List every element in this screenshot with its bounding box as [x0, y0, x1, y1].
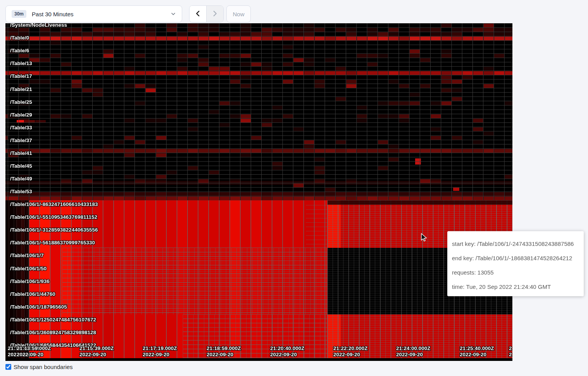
- tooltip-requests: requests: 13055: [452, 265, 579, 280]
- time-range-select[interactable]: 30m Past 30 Minutes: [5, 5, 182, 22]
- tooltip-end-key: end key: /Table/106/1/-18683814745282642…: [452, 251, 579, 265]
- tooltip-start-key: start key: /Table/106/1/-247433150824388…: [452, 237, 579, 251]
- prev-time-button[interactable]: [190, 6, 206, 22]
- heatmap-tooltip: start key: /Table/106/1/-247433150824388…: [447, 231, 584, 296]
- key-visualizer-heatmap[interactable]: [5, 23, 512, 361]
- tooltip-time: time: Tue, 20 Sep 2022 21:24:40 GMT: [452, 280, 579, 294]
- time-range-label: Past 30 Minutes: [32, 11, 74, 17]
- time-range-badge: 30m: [12, 10, 26, 18]
- chevron-right-icon: [211, 10, 218, 18]
- chevron-down-icon: [170, 11, 176, 17]
- span-boundaries-label[interactable]: Show span boundaries: [14, 364, 73, 370]
- chevron-left-icon: [195, 10, 202, 18]
- span-boundaries-row: Show span boundaries: [5, 364, 73, 370]
- span-boundaries-checkbox[interactable]: [5, 364, 11, 370]
- time-nav-group: [189, 5, 224, 22]
- next-time-button[interactable]: [207, 6, 223, 22]
- now-button[interactable]: Now: [226, 5, 251, 22]
